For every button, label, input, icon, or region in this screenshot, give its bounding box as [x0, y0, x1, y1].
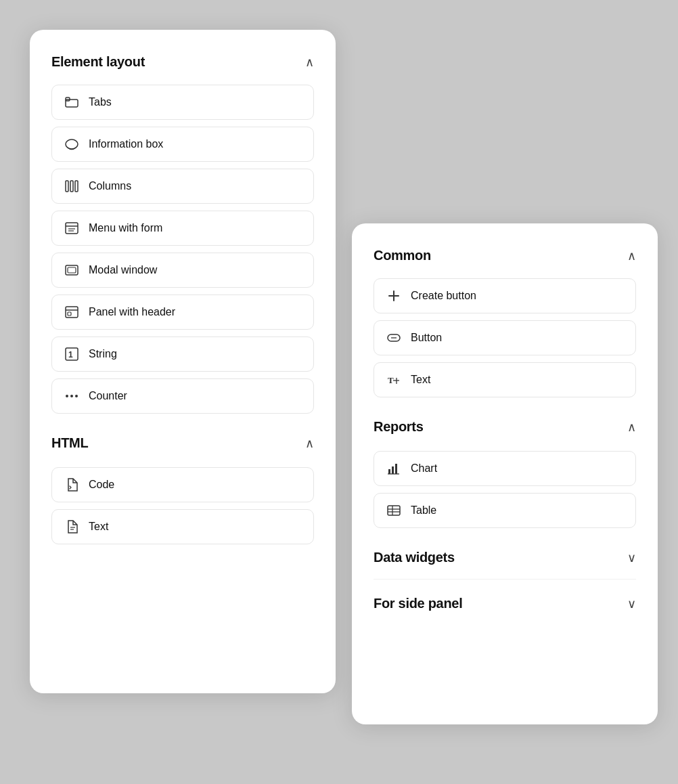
- table-icon: [386, 503, 401, 518]
- common-header: Common ∧: [374, 248, 636, 263]
- item-tabs[interactable]: Tabs: [51, 85, 314, 120]
- svg-point-17: [66, 395, 68, 397]
- svg-rect-29: [392, 466, 394, 474]
- modal-icon: [64, 263, 79, 278]
- item-panel-with-header-label: Panel with header: [89, 306, 175, 318]
- chart-icon: [386, 461, 401, 476]
- text-file-icon: [64, 519, 79, 534]
- svg-rect-4: [70, 181, 73, 192]
- string-icon: 1: [64, 347, 79, 362]
- svg-rect-6: [66, 223, 78, 234]
- svg-point-2: [66, 139, 78, 149]
- item-chart-label: Chart: [411, 462, 437, 475]
- item-create-button-label: Create button: [411, 290, 476, 302]
- item-text-html[interactable]: Text: [51, 509, 314, 544]
- data-widgets-header[interactable]: Data widgets ∨: [374, 550, 636, 580]
- item-menu-with-form[interactable]: Menu with form: [51, 211, 314, 246]
- element-layout-header: Element layout ∧: [51, 54, 314, 70]
- button-icon: [386, 330, 401, 345]
- item-table-label: Table: [411, 504, 436, 517]
- menu-form-icon: [64, 221, 79, 236]
- reports-title: Reports: [374, 419, 423, 435]
- element-layout-list: Tabs Information box Columns: [51, 85, 314, 414]
- common-chevron[interactable]: ∧: [627, 250, 636, 262]
- item-information-box-label: Information box: [89, 138, 163, 150]
- svg-point-19: [75, 395, 78, 397]
- item-panel-with-header[interactable]: Panel with header: [51, 295, 314, 330]
- svg-point-18: [70, 395, 73, 397]
- item-counter[interactable]: Counter: [51, 378, 314, 414]
- common-list: Create button Button T Text: [374, 278, 636, 397]
- svg-text:T: T: [388, 375, 394, 385]
- html-title: HTML: [51, 435, 88, 451]
- html-chevron[interactable]: ∧: [305, 437, 314, 450]
- item-text-common[interactable]: T Text: [374, 362, 636, 397]
- columns-icon: [64, 179, 79, 194]
- tabs-icon: [64, 95, 79, 110]
- item-table[interactable]: Table: [374, 493, 636, 528]
- svg-rect-14: [68, 312, 71, 315]
- item-columns-label: Columns: [89, 180, 131, 192]
- svg-text:1: 1: [68, 350, 73, 360]
- reports-chevron[interactable]: ∧: [627, 421, 636, 433]
- item-button[interactable]: Button: [374, 320, 636, 355]
- html-list: Code Text: [51, 467, 314, 544]
- left-panel: Element layout ∧ Tabs Information box: [30, 30, 336, 693]
- item-counter-label: Counter: [89, 390, 127, 402]
- item-code-label: Code: [89, 479, 114, 491]
- element-layout-title: Element layout: [51, 54, 145, 70]
- item-code[interactable]: Code: [51, 467, 314, 502]
- panel-header-icon: [64, 305, 79, 320]
- svg-rect-11: [68, 267, 76, 273]
- counter-icon: [64, 389, 79, 404]
- element-layout-chevron[interactable]: ∧: [305, 56, 314, 68]
- item-chart[interactable]: Chart: [374, 451, 636, 486]
- svg-rect-30: [395, 464, 397, 474]
- plus-icon: [386, 288, 401, 303]
- data-widgets-title: Data widgets: [374, 550, 455, 565]
- item-create-button[interactable]: Create button: [374, 278, 636, 313]
- code-icon: [64, 477, 79, 492]
- item-string-label: String: [89, 348, 117, 360]
- item-modal-window-label: Modal window: [89, 264, 157, 276]
- reports-header: Reports ∧: [374, 419, 636, 435]
- item-text-common-label: Text: [411, 374, 430, 386]
- item-information-box[interactable]: Information box: [51, 127, 314, 162]
- info-box-icon: [64, 137, 79, 152]
- for-side-panel-header[interactable]: For side panel ∨: [374, 596, 636, 611]
- data-widgets-chevron[interactable]: ∨: [627, 552, 636, 564]
- for-side-panel-chevron[interactable]: ∨: [627, 598, 636, 610]
- item-menu-with-form-label: Menu with form: [89, 222, 162, 234]
- svg-rect-3: [66, 181, 68, 192]
- for-side-panel-title: For side panel: [374, 596, 462, 611]
- text-icon: T: [386, 372, 401, 387]
- html-header: HTML ∧: [51, 435, 314, 451]
- svg-rect-28: [388, 469, 390, 474]
- svg-rect-5: [75, 181, 78, 192]
- common-title: Common: [374, 248, 431, 263]
- item-columns[interactable]: Columns: [51, 169, 314, 204]
- item-tabs-label: Tabs: [89, 96, 112, 108]
- svg-rect-32: [388, 506, 400, 515]
- item-button-label: Button: [411, 332, 442, 344]
- right-panel: Common ∧ Create button Button: [352, 223, 658, 724]
- reports-list: Chart Table: [374, 451, 636, 528]
- item-string[interactable]: 1 String: [51, 336, 314, 372]
- item-modal-window[interactable]: Modal window: [51, 253, 314, 288]
- item-text-html-label: Text: [89, 521, 108, 533]
